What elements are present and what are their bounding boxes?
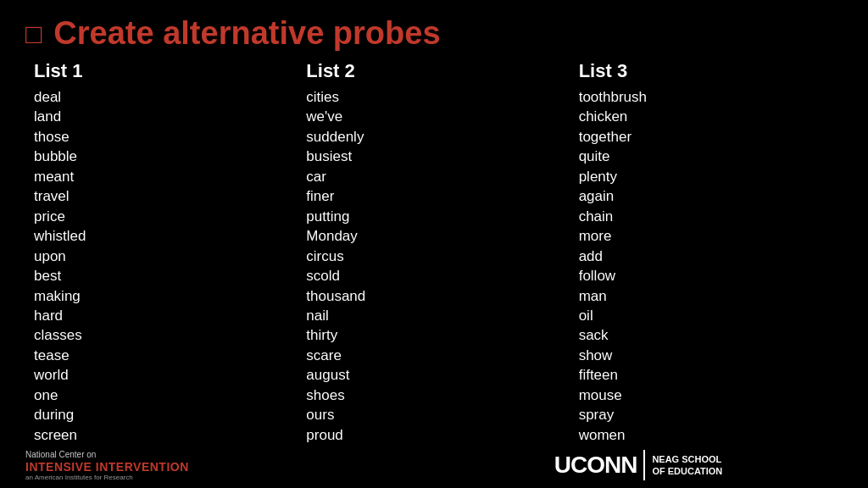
list-item: tease xyxy=(34,346,289,365)
list-item: land xyxy=(34,107,289,126)
list-item: again xyxy=(579,186,834,206)
list-3-items: toothbrushchickentogetherquiteplentyagai… xyxy=(579,87,834,485)
list-item: man xyxy=(579,286,834,306)
list-item: world xyxy=(34,365,289,385)
list-item: cities xyxy=(306,87,561,107)
page-title: Create alternative probes xyxy=(53,15,440,52)
list-item: more xyxy=(579,226,834,246)
list-item: mouse xyxy=(579,385,834,405)
list-item: car xyxy=(306,167,561,186)
list-item: deal xyxy=(34,87,289,107)
list-item: show xyxy=(579,346,834,365)
list-item: bubble xyxy=(34,147,289,166)
footer-center: UCONN NEAG SCHOOLOF EDUCATION xyxy=(434,450,843,480)
list-item: spray xyxy=(579,405,834,424)
footer: National Center on INTENSIVE INTERVENTIO… xyxy=(0,442,868,488)
list-item: fifteen xyxy=(579,365,834,385)
list-item: best xyxy=(34,266,289,286)
list-item: august xyxy=(306,365,561,385)
list-item: ours xyxy=(306,405,561,424)
list-item: upon xyxy=(34,247,289,266)
list-item: travel xyxy=(34,186,289,206)
list-item: classes xyxy=(34,325,289,345)
intensive-intervention-label: INTENSIVE INTERVENTION xyxy=(25,460,434,474)
list-item: price xyxy=(34,207,289,226)
list-item: one xyxy=(34,385,289,405)
list-item: hard xyxy=(34,306,289,325)
list-item: scare xyxy=(306,346,561,365)
list-item: nail xyxy=(306,306,561,325)
list-item: meant xyxy=(34,167,289,186)
list-item: together xyxy=(579,127,834,147)
title-area: □ Create alternative probes xyxy=(0,0,868,60)
list-item: Monday xyxy=(306,226,561,246)
list-3-header: List 3 xyxy=(579,60,834,82)
list-item: circus xyxy=(306,247,561,266)
uconn-text: UCONN xyxy=(554,452,637,479)
checkbox-icon: □ xyxy=(25,20,42,47)
list-2-column: List 2 citieswe'vesuddenlybusiestcarfine… xyxy=(298,60,570,485)
list-item: chicken xyxy=(579,107,834,126)
list-item: finer xyxy=(306,186,561,206)
neag-text: NEAG SCHOOLOF EDUCATION xyxy=(652,453,722,478)
list-item: toothbrush xyxy=(579,87,834,107)
list-item: whistled xyxy=(34,226,289,246)
list-item: plenty xyxy=(579,167,834,186)
list-item: shoes xyxy=(306,385,561,405)
logo-divider xyxy=(643,450,645,480)
list-item: chain xyxy=(579,207,834,226)
list-2-header: List 2 xyxy=(306,60,561,82)
list-item: scold xyxy=(306,266,561,286)
list-item: suddenly xyxy=(306,127,561,147)
national-center-label: National Center on xyxy=(25,449,434,460)
list-item: during xyxy=(34,405,289,424)
list-item: those xyxy=(34,127,289,147)
list-item: quite xyxy=(579,147,834,166)
list-item: oil xyxy=(579,306,834,325)
list-item: thirty xyxy=(306,325,561,345)
list-item: making xyxy=(34,286,289,306)
footer-left: National Center on INTENSIVE INTERVENTIO… xyxy=(25,449,434,481)
list-item: follow xyxy=(579,266,834,286)
uconn-logo: UCONN NEAG SCHOOLOF EDUCATION xyxy=(554,450,723,480)
list-item: sack xyxy=(579,325,834,345)
list-3-column: List 3 toothbrushchickentogetherquiteple… xyxy=(570,60,843,485)
list-1-column: List 1 deallandthosebubblemeanttravelpri… xyxy=(25,60,298,485)
list-item: busiest xyxy=(306,147,561,166)
list-item: add xyxy=(579,247,834,266)
list-2-items: citieswe'vesuddenlybusiestcarfinerputtin… xyxy=(306,87,561,485)
list-1-items: deallandthosebubblemeanttravelpricewhist… xyxy=(34,87,289,485)
list-item: we've xyxy=(306,107,561,126)
list-1-header: List 1 xyxy=(34,60,289,82)
list-item: putting xyxy=(306,207,561,226)
lists-container: List 1 deallandthosebubblemeanttravelpri… xyxy=(0,60,868,485)
air-label: an American Institutes for Research xyxy=(25,474,434,481)
list-item: thousand xyxy=(306,286,561,306)
